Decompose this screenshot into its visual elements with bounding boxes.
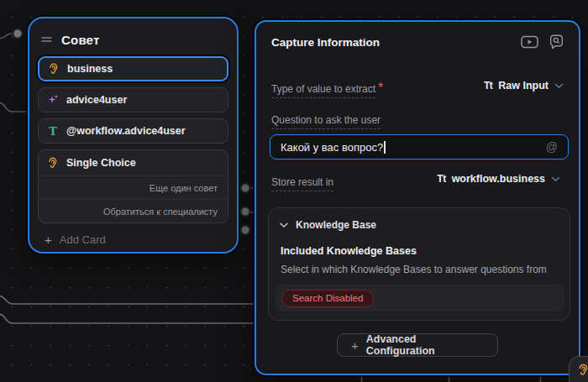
ear-icon (577, 364, 588, 382)
question-label: Question to ask the user (271, 114, 381, 129)
card-label: advice4user (66, 94, 127, 106)
capture-information-panel[interactable]: Capture Information Type of value to ext… (255, 20, 580, 375)
store-variable-dropdown[interactable]: Tt workflow.business (437, 173, 560, 185)
choice-output-port-1[interactable] (241, 184, 250, 193)
included-kb-description: Select in which Knowledge Bases to answe… (281, 264, 547, 275)
connector-line (0, 34, 12, 39)
workflow-canvas[interactable]: Совет business advice4user T @workf (0, 0, 588, 382)
sovet-node[interactable]: Совет business advice4user T @workf (28, 17, 239, 254)
card-business[interactable]: business (38, 56, 228, 81)
next-output-port[interactable] (241, 226, 250, 235)
add-card-button[interactable]: + Add Card (38, 233, 228, 246)
advanced-configuration-button[interactable]: + Advanced Configuration (337, 333, 498, 357)
card-label: business (67, 63, 113, 75)
knowledge-base-toggle[interactable]: Knowledge Base (280, 219, 376, 231)
knowledge-base-title: Knowledge Base (296, 219, 376, 231)
drag-handle-icon[interactable] (41, 35, 52, 44)
card-label: Single Choice (66, 157, 136, 169)
card-single-choice[interactable]: Single Choice Еще один совет Обратиться … (38, 149, 228, 223)
question-input[interactable]: Какой у вас вопрос? @ (270, 134, 569, 160)
mention-at-icon[interactable]: @ (546, 140, 558, 154)
panel-title: Capture Information (271, 36, 380, 49)
single-choice-header[interactable]: Single Choice (39, 150, 228, 175)
ear-icon (48, 63, 60, 75)
choice-output-port-2[interactable] (241, 207, 250, 217)
knowledge-base-section: Knowledge Base Included Knowledge Bases … (268, 207, 570, 321)
plus-icon: + (45, 233, 52, 246)
video-tutorial-icon[interactable] (521, 35, 538, 49)
search-disabled-badge[interactable]: Search Disabled (281, 290, 374, 307)
add-card-label: Add Card (60, 233, 106, 246)
value-type-dropdown[interactable]: Tt Raw Input (484, 80, 564, 92)
text-variable-icon: T (47, 126, 59, 137)
value-type-selected: Raw Input (498, 80, 549, 92)
input-port[interactable] (13, 29, 23, 39)
choice-row-1[interactable]: Еще один совет (39, 175, 228, 199)
node-title: Совет (61, 33, 100, 47)
required-asterisk: * (378, 81, 383, 95)
chevron-down-icon (551, 176, 560, 182)
ear-icon (47, 157, 59, 169)
text-type-icon: Tt (437, 173, 445, 185)
node-header[interactable]: Совет (41, 29, 227, 50)
docs-search-icon[interactable] (549, 34, 564, 50)
chevron-down-icon (554, 83, 564, 89)
chevron-down-icon (280, 222, 288, 228)
text-cursor (384, 141, 386, 154)
connector-line (0, 296, 269, 304)
included-kb-heading: Included Knowledge Bases (281, 245, 417, 257)
question-input-value: Какой у вас вопрос? (281, 141, 383, 154)
text-type-icon: Tt (484, 80, 492, 92)
connector-line (0, 102, 30, 112)
plus-icon: + (351, 339, 359, 352)
type-of-value-label: Type of value to extract (271, 83, 375, 98)
choice-row-2[interactable]: Обратиться к специалисту (39, 199, 228, 222)
connector-line (0, 314, 269, 323)
sparkles-icon (47, 94, 59, 106)
card-workflow-variable[interactable]: T @workflow.advice4user (38, 118, 228, 144)
store-result-label: Store result in (271, 176, 333, 191)
kb-selector[interactable]: Search Disabled (276, 285, 564, 311)
partial-capture-node[interactable] (569, 356, 588, 382)
advanced-configuration-label: Advanced Configuration (366, 333, 484, 357)
card-advice4user[interactable]: advice4user (38, 87, 228, 113)
store-variable-selected: workflow.business (452, 173, 545, 185)
card-label: @workflow.advice4user (66, 125, 186, 137)
